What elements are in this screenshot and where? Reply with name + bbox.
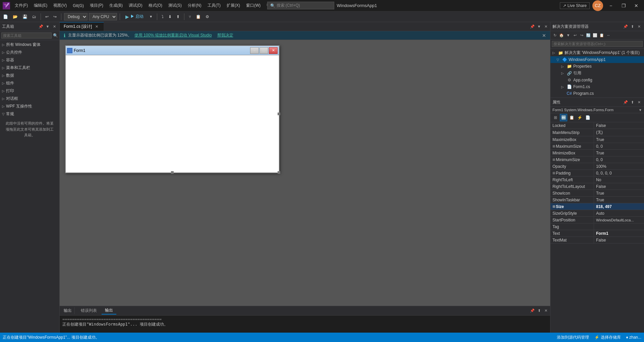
menu-test[interactable]: 测试(S): [166, 1, 184, 10]
sol-toolbar-refresh[interactable]: 🔄: [585, 32, 591, 38]
tab-action-close[interactable]: ✕: [543, 23, 549, 29]
props-row-locked[interactable]: Locked False: [550, 122, 644, 129]
toolbar-redo[interactable]: ↪: [52, 13, 58, 20]
menu-git[interactable]: Git(G): [70, 2, 86, 9]
minimize-button[interactable]: −: [606, 1, 616, 11]
sol-close-btn[interactable]: ✕: [636, 23, 642, 29]
menu-extensions[interactable]: 扩展(X): [224, 1, 243, 10]
toolbox-category-wpf[interactable]: ▷ WPF 互操作性: [0, 102, 59, 110]
props-close-btn[interactable]: ✕: [636, 99, 642, 105]
tab-close-btn[interactable]: ✕: [95, 24, 98, 29]
toolbar-save-all[interactable]: 🗂: [31, 13, 38, 20]
menu-file[interactable]: 文件(F): [12, 1, 31, 10]
props-row-maximumsize[interactable]: ⊞ MaximumSize 0, 0: [550, 143, 644, 150]
props-row-showintaskbar[interactable]: ShowInTaskbar True: [550, 197, 644, 203]
toolbar-step-out[interactable]: ⬆: [175, 13, 181, 20]
title-search-box[interactable]: 🔍 搜索 (Ctrl+Q): [267, 2, 334, 9]
run-dropdown-btn[interactable]: ▼: [148, 14, 154, 19]
notification-action2[interactable]: 帮我决定: [217, 32, 233, 38]
status-source-control[interactable]: 添加到源代码管理: [557, 335, 589, 340]
toolbox-close-btn[interactable]: ✕: [51, 23, 57, 29]
tree-form1-cs[interactable]: ▷ 📄 Form1.cs: [550, 83, 644, 90]
toolbar-new[interactable]: 📄: [1, 13, 10, 20]
menu-edit[interactable]: 编辑(E): [31, 1, 50, 10]
cpu-config-select[interactable]: Any CPU: [89, 13, 117, 20]
form-resize-handle-corner[interactable]: [278, 171, 280, 174]
props-row-mainmenustrip[interactable]: MainMenuStrip (无): [550, 129, 644, 136]
menu-format[interactable]: 格式(O): [146, 1, 165, 10]
toolbox-category-menus[interactable]: ▷ 菜单和工具栏: [0, 64, 59, 72]
toolbox-category-components[interactable]: ▷ 组件: [0, 79, 59, 87]
toolbar-extra1[interactable]: 📋: [194, 13, 202, 20]
toolbar-extra2[interactable]: ⚙: [204, 13, 211, 20]
toolbar-open[interactable]: 📂: [11, 13, 19, 20]
sol-toolbar-collapse[interactable]: ⬜: [592, 32, 598, 38]
props-row-righttoleftlayout[interactable]: RightToLeftLayout False: [550, 183, 644, 190]
form-resize-handle-bottom[interactable]: [171, 171, 174, 174]
close-button[interactable]: ✕: [631, 1, 641, 11]
sol-toolbar-sync[interactable]: ↻: [552, 32, 558, 38]
menu-view[interactable]: 视图(V): [51, 1, 69, 10]
toolbox-category-data[interactable]: ▷ 数据: [0, 72, 59, 79]
toolbar-git[interactable]: ⑂: [187, 13, 193, 20]
sol-toolbar-git1[interactable]: ↩: [572, 32, 578, 38]
props-row-size[interactable]: ⊞ Size 818, 497: [550, 203, 644, 210]
tree-references[interactable]: ▷ 🔗 引用: [550, 70, 644, 77]
sol-toolbar-filter[interactable]: ▼: [565, 32, 571, 38]
props-row-righttoleft[interactable]: RightToLeft No: [550, 177, 644, 183]
form-body[interactable]: [66, 55, 279, 173]
props-row-textmat[interactable]: TextMat False: [550, 237, 644, 244]
tab-output[interactable]: 输出: [102, 307, 116, 315]
props-row-tag[interactable]: Tag: [550, 223, 644, 230]
menu-project[interactable]: 项目(P): [87, 1, 106, 10]
menu-tools[interactable]: 工具(T): [205, 1, 223, 10]
toolbox-dropdown-btn[interactable]: ▼: [45, 23, 51, 29]
menu-window[interactable]: 窗口(W): [243, 1, 263, 10]
tree-solution[interactable]: ▷ 📁 解决方案 'WindowsFormsApp1' (1 个项目): [550, 49, 644, 56]
props-propertypage-btn[interactable]: 📄: [584, 114, 591, 121]
restore-button[interactable]: ❐: [619, 1, 629, 11]
notification-action1[interactable]: 使用 100% 缩放比例重新启动 Visual Studio: [134, 32, 212, 38]
props-alphabetical-btn[interactable]: 🔤: [560, 114, 567, 121]
toolbox-category-common[interactable]: ▷ 公共控件: [0, 49, 59, 56]
props-object-selector[interactable]: Form1 System.Windows.Forms.Form ▼: [550, 107, 644, 113]
output-expand-btn[interactable]: ⬆: [536, 308, 542, 314]
status-user-info[interactable]: ♦ zhan...: [626, 335, 641, 340]
tab-action-pin[interactable]: 📌: [529, 23, 535, 29]
notification-close-btn[interactable]: ✕: [542, 33, 546, 38]
tree-program-cs[interactable]: ▷ C# Program.cs: [550, 90, 644, 97]
toolbar-step-in[interactable]: ⬇: [167, 13, 173, 20]
tab-form1-design[interactable]: Form1.cs [设计] ✕: [60, 22, 104, 31]
props-categorized-btn[interactable]: ⊞: [552, 114, 559, 121]
props-expand-btn[interactable]: ⬆: [629, 99, 635, 105]
props-row-text[interactable]: Text Form1: [550, 230, 644, 237]
props-pin-btn[interactable]: 📌: [623, 99, 629, 105]
props-row-opacity[interactable]: Opacity 100%: [550, 163, 644, 170]
toolbar-undo[interactable]: ↩: [44, 13, 50, 20]
tab-error-list[interactable]: 错误列表: [77, 307, 100, 314]
toolbox-pin-btn[interactable]: 📌: [38, 23, 44, 29]
sol-pin-btn[interactable]: 📌: [623, 23, 629, 29]
toolbox-category-print[interactable]: ▷ 打印: [0, 87, 59, 95]
form-close-btn[interactable]: ✕: [269, 47, 278, 54]
toolbox-category-dialogs[interactable]: ▷ 对话框: [0, 95, 59, 102]
menu-debug[interactable]: 调试(D): [126, 1, 145, 10]
tree-project[interactable]: ▽ 🔷 WindowsFormsApp1: [550, 56, 644, 63]
tree-properties[interactable]: ▷ 📁 Properties: [550, 63, 644, 70]
toolbox-category-general[interactable]: ▽ 常规: [0, 110, 59, 118]
menu-build[interactable]: 生成(B): [107, 1, 125, 10]
props-row-sizegripstyle[interactable]: SizeGripStyle Auto: [550, 210, 644, 217]
props-row-minimizebox[interactable]: MinimizeBox True: [550, 150, 644, 156]
toolbox-category-all-windows[interactable]: ▷ 所有 Windows 窗体: [0, 41, 59, 49]
debug-config-select[interactable]: Debug: [64, 13, 87, 20]
toolbox-category-containers[interactable]: ▷ 容器: [0, 56, 59, 64]
sol-toolbar-props[interactable]: 📋: [599, 32, 605, 38]
user-avatar[interactable]: CZ: [592, 0, 603, 11]
tab-action-dropdown[interactable]: ▼: [536, 23, 542, 29]
form-minimize-btn[interactable]: −: [250, 47, 259, 54]
form-resize-handle-right[interactable]: [278, 113, 280, 115]
toolbox-search-input[interactable]: [1, 32, 52, 39]
sol-expand-btn[interactable]: ⬆: [629, 23, 635, 29]
sol-toolbar-git2[interactable]: ↪: [579, 32, 585, 38]
status-repo-selector[interactable]: ⚡ 选择存储库: [594, 335, 621, 340]
